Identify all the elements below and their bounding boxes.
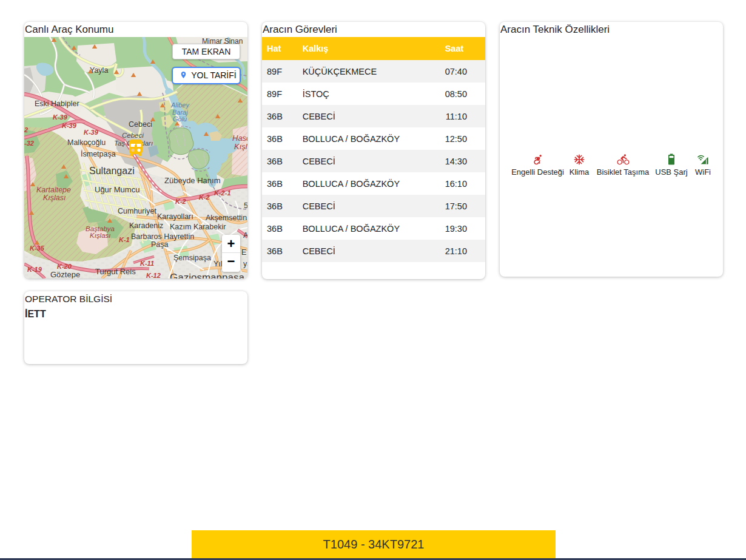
svg-text:A: A xyxy=(243,231,247,240)
svg-text:K-1: K-1 xyxy=(119,236,130,243)
svg-text:Eski Habipler: Eski Habipler xyxy=(35,100,79,108)
svg-text:Karayolları: Karayolları xyxy=(157,212,193,221)
svg-text:K-35: K-35 xyxy=(30,245,45,252)
svg-text:Kışla: Kışla xyxy=(234,142,247,151)
svg-text:5.: 5. xyxy=(244,201,247,210)
svg-text:K-2: K-2 xyxy=(199,194,210,201)
svg-text:K-39: K-39 xyxy=(53,113,68,121)
svg-text:Zübeyde Hanım: Zübeyde Hanım xyxy=(164,176,221,185)
svg-text:K-39: K-39 xyxy=(62,122,77,129)
svg-text:K-20: K-20 xyxy=(57,263,72,270)
svg-text:Alibey: Alibey xyxy=(170,101,190,109)
svg-text:İsmetpaşa: İsmetpaşa xyxy=(81,150,116,158)
svg-text:K-12: K-12 xyxy=(146,272,161,278)
svg-text:Kışlası: Kışlası xyxy=(43,194,66,202)
svg-text:K-11: K-11 xyxy=(140,260,154,267)
svg-text:K-19: K-19 xyxy=(27,266,42,273)
svg-text:E: E xyxy=(241,248,246,257)
svg-text:Yıl: Yıl xyxy=(213,260,223,268)
svg-text:2: 2 xyxy=(24,126,28,133)
svg-text:Akşemsettin: Akşemsettin xyxy=(206,214,247,222)
svg-text:Cebeci: Cebeci xyxy=(122,132,144,139)
svg-text:Cebeci: Cebeci xyxy=(129,120,152,129)
svg-text:K-2: K-2 xyxy=(175,198,186,205)
svg-text:Gaziosmanpaşa: Gaziosmanpaşa xyxy=(170,272,244,278)
svg-text:Göztepe: Göztepe xyxy=(50,270,80,278)
svg-text:Yayla: Yayla xyxy=(90,66,108,75)
svg-text:-32: -32 xyxy=(24,140,34,147)
svg-text:Karadeniz: Karadeniz xyxy=(129,221,163,230)
svg-text:Uğur Mumcu: Uğur Mumcu xyxy=(95,185,139,194)
svg-text:ya: ya xyxy=(243,260,247,268)
svg-text:K-39: K-39 xyxy=(84,129,99,136)
svg-text:Hasd: Hasd xyxy=(232,133,247,143)
svg-text:Sultangazi: Sultangazi xyxy=(89,166,135,176)
svg-text:Paşa: Paşa xyxy=(151,240,169,249)
svg-text:Turgut Reis: Turgut Reis xyxy=(95,267,136,276)
svg-text:Cumhuriyet: Cumhuriyet xyxy=(118,207,156,215)
svg-text:Kışlası: Kışlası xyxy=(90,232,111,239)
svg-text:K-2-1: K-2-1 xyxy=(214,189,231,197)
svg-text:Şemsipaşa: Şemsipaşa xyxy=(173,254,211,262)
svg-text:Kartaltepe: Kartaltepe xyxy=(36,186,71,194)
svg-text:Kazım Karabekir: Kazım Karabekir xyxy=(170,223,226,231)
svg-text:Gölü: Gölü xyxy=(173,115,187,123)
svg-text:Barbaros Hayrettin: Barbaros Hayrettin xyxy=(131,232,194,241)
svg-text:Malkoçoğlu: Malkoçoğlu xyxy=(67,138,106,147)
